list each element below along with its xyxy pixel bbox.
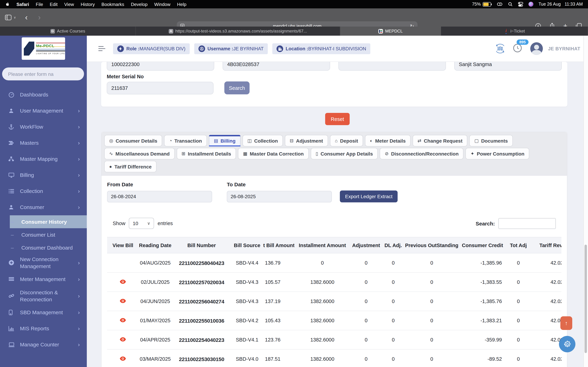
tab-consumer-app-details[interactable]: ▯Consumer App Details [311,148,378,159]
sidebar-item-billing[interactable]: Billing› [0,167,87,183]
siri-icon[interactable] [528,2,533,7]
page-size-select[interactable]: 10 ∨ [129,218,154,229]
sidebar-item-dashboards[interactable]: Dashboards [0,87,87,103]
menu-help[interactable]: Help [177,1,187,7]
col-tot-adj[interactable]: Tot Adj [506,237,531,253]
form-search-input[interactable]: Please enter form na [2,67,84,80]
view-bill-eye-icon[interactable] [120,357,126,361]
consumer-no-input[interactable]: 1000222300 [107,62,214,71]
col-previous-outstanding[interactable]: Previous OutStanding [405,237,459,253]
sidebar-subitem-consumer-dashboard[interactable]: –Consumer Dashboard [10,241,87,254]
profile-name[interactable]: JE BYRNIHAT [548,46,580,51]
tab-transaction[interactable]: ◔Transaction [164,135,207,146]
col-tariff-revision[interactable]: Tariff Revision [531,237,562,253]
consumer-name-input[interactable]: Sanjit Sangma [454,62,562,71]
account-id-input[interactable]: 4B03E028537 [223,62,330,71]
menu-view[interactable]: View [64,1,74,7]
battery-indicator[interactable]: 75% [472,2,491,7]
mobile-input[interactable] [338,62,446,71]
menu-safari[interactable]: Safari [17,1,29,7]
col-bill-source[interactable]: Bill Source [231,237,263,253]
cell: 105.57 [263,272,294,292]
tab-documents[interactable]: ▢Documents [469,135,513,146]
scroll-to-top-button[interactable]: ↑ [560,316,572,330]
export-ledger-button[interactable]: Export Ledger Extract [340,191,398,202]
col-view-bill[interactable]: View Bill [107,237,138,253]
browser-tab-https-output-test-videos[interactable]: Ahttps://output-test-videos.s3.amazonaws… [136,26,340,36]
sidebar-item-disconnection-reconnection[interactable]: Disconnection & Reconnection› [0,287,87,304]
page-scroll-area[interactable]: 10002223004B03E028537Sanjit Sangma Meter… [87,62,588,367]
menu-edit[interactable]: Edit [50,1,58,7]
sidebar-item-masters[interactable]: Masters› [0,135,87,151]
from-date-input[interactable]: 26-08-2024 [107,191,212,202]
sidebar-item-collection[interactable]: Collection› [0,183,87,199]
spotlight-search-icon[interactable] [508,2,513,7]
tab-billing[interactable]: ▤Billing [209,135,241,146]
hamburger-menu-icon[interactable] [98,46,105,51]
session-timer[interactable]: 895 [513,43,522,54]
avatar[interactable] [530,42,543,55]
tab-installment-details[interactable]: ⊞Installment Details [177,148,236,159]
col-reading-date[interactable]: Reading Date [138,237,172,253]
table-search-input[interactable] [498,218,556,229]
sidebar-item-meter-management[interactable]: Meter Management› [0,271,87,287]
sidebar-toggle-icon[interactable] [5,15,12,20]
apple-menu-icon[interactable] [5,2,10,7]
sidebar-item-new-connection-management[interactable]: New Connection Management› [0,254,87,271]
sidebar-chevron-icon[interactable]: ∨ [14,16,16,19]
col-adjustment[interactable]: Adjustment [350,237,382,253]
view-bill-eye-icon[interactable] [120,337,126,342]
vertical-scrollbar[interactable] [583,36,588,367]
to-date-input[interactable]: 26-08-2025 [227,191,332,202]
view-bill-eye-icon[interactable] [120,280,126,284]
col-dl-adj[interactable]: DL Adj. [382,237,405,253]
browser-tab-active-courses[interactable]: GActive Courses [0,26,136,36]
col-t-bill-amount[interactable]: t Bill Amount [263,237,294,253]
view-bill-eye-icon[interactable] [120,299,126,303]
tab-adjustment[interactable]: ⊟Adjustment [285,135,328,146]
sidebar-item-workflow[interactable]: WorkFlow› [0,119,87,135]
forward-button[interactable]: › [38,14,41,21]
browser-tab-i-ticket[interactable]: ii~Ticket [441,26,588,36]
menu-file[interactable]: File [36,1,43,7]
tab-consumer-details[interactable]: ◎Consumer Details [104,135,162,146]
sidebar-item-consumer[interactable]: Consumer› [0,199,87,215]
user-sync-icon[interactable] [494,43,506,54]
control-center-icon[interactable] [518,1,523,7]
col-installment-amount[interactable]: Installment Amount [294,237,350,253]
hotspot-icon[interactable] [496,2,502,7]
menu-develop[interactable]: Develop [131,1,147,7]
scrollbar-thumb[interactable] [585,245,587,353]
reset-button[interactable]: Reset [325,113,350,125]
tab-miscellaneous-demand[interactable]: ∿Miscellaneous Demand [104,148,174,159]
menu-history[interactable]: History [81,1,95,7]
sidebar-item-master-mapping[interactable]: Master Mapping› [0,151,87,167]
cell: 0 [506,272,531,292]
menu-bookmarks[interactable]: Bookmarks [102,1,124,7]
sidebar-item-mis-reports[interactable]: MIS Reports› [0,320,87,337]
tab-change-request[interactable]: ⇄Change Request [413,135,467,146]
tab-tariff-difference[interactable]: ●Tariff Difference [104,161,156,172]
menubar-time[interactable]: 11:33 AM [564,2,583,7]
col-consumer-credit[interactable]: Consumer Credit [459,237,506,253]
menu-window[interactable]: Window [154,1,171,7]
sidebar-item-sbd-management[interactable]: SBD Management› [0,304,87,320]
menubar-date[interactable]: Tue 26 Aug [538,2,561,7]
sidebar-subitem-consumer-history[interactable]: –Consumer History [10,215,87,228]
search-button[interactable]: Search [224,82,250,94]
meter-serial-input[interactable]: 211637 [107,82,214,94]
tab-collection[interactable]: ◫Collection [242,135,283,146]
back-button[interactable]: ‹ [25,14,28,21]
settings-fab[interactable] [559,336,575,352]
tab-master-data-correction[interactable]: ▦Master Data Correction [238,148,309,159]
tab-deposit[interactable]: ⌂Deposit [330,135,363,146]
sidebar-subitem-consumer-list[interactable]: –Consumer List [10,228,87,241]
tab-disconnection-reconnection[interactable]: ⊘Disconnection/Reconnection [380,148,464,159]
sidebar-item-manage-counter[interactable]: Manage Counter› [0,337,87,353]
sidebar-item-user-management[interactable]: User Management› [0,103,87,119]
tab-meter-details[interactable]: ◐Meter Details [365,135,411,146]
view-bill-eye-icon[interactable] [120,318,126,322]
browser-tab-mepdcl[interactable]: MEPDCL [340,26,441,36]
col-bill-number[interactable]: Bill Number [172,237,231,253]
tab-power-consumption[interactable]: ✦Power Consumption [466,148,529,159]
